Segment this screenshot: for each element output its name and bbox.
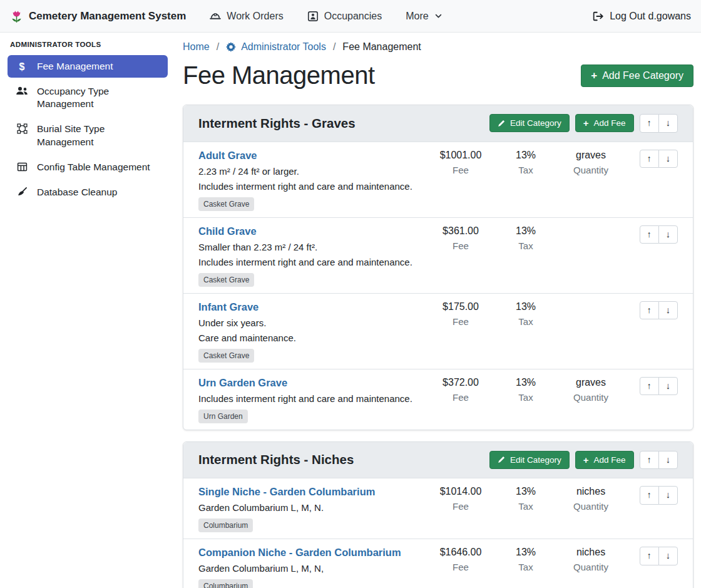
fee-quantity-col: graves Quantity <box>558 150 624 175</box>
fee-amount-value: $1014.00 <box>427 486 494 497</box>
main-nav: Work Orders Occupancies More <box>210 11 442 22</box>
fee-amount-col: $1014.00 Fee <box>427 486 494 512</box>
sidebar-item-label: Fee Management <box>37 60 113 73</box>
fee-reorder-group: ↑ ↓ <box>640 377 678 396</box>
arrow-down-icon: ↓ <box>666 229 670 239</box>
move-fee-down-button[interactable]: ↓ <box>658 547 678 565</box>
breadcrumb-separator: / <box>217 41 219 53</box>
nav-work-orders-label: Work Orders <box>227 11 283 22</box>
people-icon <box>15 86 29 96</box>
fee-name-link[interactable]: Child Grave <box>198 225 257 237</box>
sidebar-heading: Administrator Tools <box>10 41 165 48</box>
edit-category-button[interactable]: Edit Category <box>489 114 570 132</box>
fee-name-link[interactable]: Urn Garden Grave <box>198 377 287 389</box>
arrow-up-icon: ↑ <box>647 550 652 560</box>
move-fee-down-button[interactable]: ↓ <box>658 225 678 244</box>
fee-description: Includes interment right and care and ma… <box>198 256 427 268</box>
move-fee-down-button[interactable]: ↓ <box>658 377 678 396</box>
plus-icon: + <box>591 70 597 81</box>
sidebar-item-database-cleanup[interactable]: Database Cleanup <box>8 181 168 204</box>
sidebar-item-label: Config Table Management <box>37 161 150 173</box>
move-fee-down-button[interactable]: ↓ <box>658 301 678 320</box>
nav-occupancies[interactable]: Occupancies <box>307 11 382 22</box>
fee-tax-col: 13% Tax <box>494 225 558 251</box>
fee-row: Urn Garden Grave Includes interment righ… <box>183 369 693 430</box>
fee-amount-col: $361.00 Fee <box>427 225 494 251</box>
fee-main: Single Niche - Garden Columbarium Garden… <box>198 486 427 532</box>
fee-amount-label: Fee <box>427 562 494 572</box>
add-fee-button[interactable]: + Add Fee <box>575 451 634 469</box>
fee-tax-label: Tax <box>494 392 558 403</box>
arrow-down-icon: ↓ <box>666 153 670 163</box>
move-fee-up-button[interactable]: ↑ <box>640 150 659 168</box>
fee-tax-label: Tax <box>494 316 558 327</box>
logout-link[interactable]: Log Out d.gowans <box>592 11 691 22</box>
move-fee-up-button[interactable]: ↑ <box>640 301 659 320</box>
fee-row: Child Grave Smaller than 2.23 m² / 24 ft… <box>183 218 693 294</box>
move-category-down-button[interactable]: ↓ <box>658 451 678 470</box>
app-brand[interactable]: Cemetery Management System <box>10 9 186 23</box>
fee-tax-col: 13% Tax <box>494 301 558 327</box>
hard-hat-icon <box>210 11 221 22</box>
nav-work-orders[interactable]: Work Orders <box>210 11 283 22</box>
fee-main: Urn Garden Grave Includes interment righ… <box>198 377 427 423</box>
fee-amount-value: $361.00 <box>427 225 494 237</box>
nav-more-label: More <box>406 11 428 22</box>
edit-category-button[interactable]: Edit Category <box>489 451 570 469</box>
add-fee-category-button[interactable]: + Add Fee Category <box>581 64 693 87</box>
add-fee-category-label: Add Fee Category <box>602 70 683 81</box>
fee-amount-label: Fee <box>427 501 494 512</box>
move-fee-up-button[interactable]: ↑ <box>640 486 659 505</box>
fee-amount-col: $1001.00 Fee <box>427 150 494 175</box>
move-fee-down-button[interactable]: ↓ <box>658 486 678 505</box>
add-fee-button[interactable]: + Add Fee <box>575 114 634 132</box>
nav-more[interactable]: More <box>406 11 442 22</box>
sidebar-item-fee-management[interactable]: $ Fee Management <box>8 55 168 78</box>
fee-quantity-label: Quantity <box>558 501 624 512</box>
fee-description: 2.23 m² / 24 ft² or larger. <box>198 165 427 177</box>
breadcrumb-admin-tools-link[interactable]: Administrator Tools <box>226 41 326 53</box>
sidebar-item-label: Burial Site Type Management <box>37 123 160 148</box>
sidebar-item-label: Occupancy Type Management <box>37 85 160 110</box>
move-fee-up-button[interactable]: ↑ <box>640 225 659 244</box>
fee-main: Companion Niche - Garden Columbarium Gar… <box>198 547 427 588</box>
fee-amount-value: $1646.00 <box>427 547 494 558</box>
move-category-up-button[interactable]: ↑ <box>640 114 659 133</box>
move-category-down-button[interactable]: ↓ <box>658 114 678 133</box>
fee-main: Adult Grave 2.23 m² / 24 ft² or larger.I… <box>198 150 427 211</box>
move-category-up-button[interactable]: ↑ <box>640 451 659 470</box>
fee-tax-value: 13% <box>494 486 558 497</box>
fee-list: Adult Grave 2.23 m² / 24 ft² or larger.I… <box>183 142 693 430</box>
fee-quantity-label: Quantity <box>558 165 624 175</box>
fee-name-link[interactable]: Adult Grave <box>198 150 257 162</box>
sidebar-item-burial-site-type-management[interactable]: Burial Site Type Management <box>8 118 168 153</box>
breadcrumb-home-link[interactable]: Home <box>183 41 210 53</box>
move-fee-up-button[interactable]: ↑ <box>640 377 659 396</box>
move-fee-up-button[interactable]: ↑ <box>640 547 659 565</box>
fee-tax-value: 13% <box>494 377 558 388</box>
logout-label: Log Out d.gowans <box>610 11 691 22</box>
fee-reorder-group: ↑ ↓ <box>640 547 678 565</box>
fee-list: Single Niche - Garden Columbarium Garden… <box>183 478 693 588</box>
sidebar-item-config-table-management[interactable]: Config Table Management <box>8 156 168 178</box>
add-fee-label: Add Fee <box>593 118 625 128</box>
fee-amount-value: $372.00 <box>427 377 494 388</box>
fee-tax-label: Tax <box>494 562 558 572</box>
add-fee-label: Add Fee <box>593 455 625 465</box>
sidebar-item-occupancy-type-management[interactable]: Occupancy Type Management <box>8 80 168 115</box>
sidebar-item-label: Database Cleanup <box>37 186 117 199</box>
fee-name-link[interactable]: Companion Niche - Garden Columbarium <box>198 547 401 559</box>
categories-container: Interment Rights - Graves Edit Category … <box>183 105 693 588</box>
fee-name-link[interactable]: Infant Grave <box>198 301 258 313</box>
fee-descriptions: Garden Columbarium L, M, N. <box>198 502 427 513</box>
fee-type-badge: Urn Garden <box>198 410 248 423</box>
fee-tax-label: Tax <box>494 501 558 512</box>
fee-quantity-col: graves Quantity <box>558 377 624 403</box>
move-fee-down-button[interactable]: ↓ <box>658 150 678 168</box>
fee-category-card: Interment Rights - Graves Edit Category … <box>183 105 693 430</box>
fee-name-link[interactable]: Single Niche - Garden Columbarium <box>198 486 375 498</box>
gear-icon <box>226 42 236 52</box>
person-box-icon <box>307 11 319 22</box>
fee-category-actions: Edit Category + Add Fee ↑ ↓ <box>489 114 678 133</box>
fee-description: Under six years. <box>198 317 427 329</box>
